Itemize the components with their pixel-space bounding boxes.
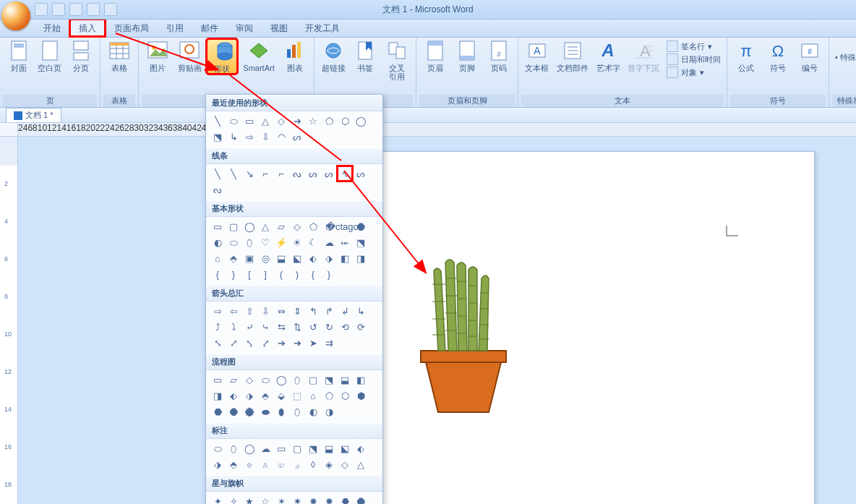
shape-option[interactable]: ◈	[322, 457, 336, 471]
shape-option[interactable]: ⬔	[322, 372, 336, 387]
shape-option[interactable]: ▭	[274, 441, 288, 456]
shape-option[interactable]: ⬡	[338, 114, 352, 128]
shape-option[interactable]: ⟓	[290, 457, 304, 471]
shape-option[interactable]: ∿	[338, 166, 352, 181]
shape-option[interactable]: ⌂	[306, 388, 320, 403]
shape-option[interactable]: ⬖	[306, 251, 320, 265]
shape-option[interactable]: ⬔	[354, 235, 368, 249]
btn-header[interactable]: 页眉	[421, 39, 450, 72]
shape-option[interactable]: ◨	[210, 388, 225, 403]
horizontal-ruler[interactable]: 2468101214161820222426283032343638404244…	[18, 123, 856, 136]
shape-option[interactable]: ⬠	[322, 388, 336, 403]
tab-view[interactable]: 视图	[262, 20, 296, 37]
btn-quickparts[interactable]: 文档部件	[554, 39, 591, 72]
btn-symbol[interactable]: Ω 符号	[763, 39, 792, 72]
btn-datetime[interactable]: 日期和时间	[667, 54, 721, 65]
shape-option[interactable]: ⬕	[338, 441, 352, 456]
shape-option[interactable]: ⬭	[226, 114, 241, 128]
shape-option[interactable]: ◯	[242, 441, 257, 456]
shape-option[interactable]: ⇕	[290, 304, 304, 318]
shape-option[interactable]: ☆	[258, 494, 273, 504]
btn-footer[interactable]: 页脚	[453, 39, 482, 72]
shape-option[interactable]: ✧	[226, 494, 241, 504]
shape-option[interactable]: ⯃	[354, 219, 368, 234]
shape-option[interactable]: ↱	[322, 304, 336, 318]
shape-option[interactable]: ⤡	[210, 336, 225, 350]
shape-option[interactable]: ▣	[242, 251, 257, 265]
shape-option[interactable]: ↲	[338, 304, 352, 318]
shape-option[interactable]: ⬬	[258, 404, 273, 419]
tab-review[interactable]: 审阅	[227, 20, 262, 37]
shape-option[interactable]: ◇	[242, 372, 257, 387]
shape-option[interactable]: ⬗	[322, 251, 336, 265]
shape-option[interactable]: ▢	[226, 219, 241, 234]
btn-textbox[interactable]: A 文本框	[523, 39, 551, 72]
shape-option[interactable]: {	[210, 267, 225, 281]
shape-option[interactable]: ⇅	[290, 320, 304, 334]
shape-option[interactable]: {	[306, 267, 320, 281]
shape-option[interactable]: ⬠	[306, 219, 320, 234]
shape-option[interactable]: }	[322, 267, 336, 281]
shape-option[interactable]: ◇	[274, 114, 288, 128]
shape-option[interactable]: ⤷	[258, 320, 273, 334]
shape-option[interactable]: ➜	[290, 336, 304, 350]
document-tab[interactable]: 文档 1 *	[6, 108, 61, 122]
shape-option[interactable]: ⬓	[322, 441, 336, 456]
shape-option[interactable]: ⬯	[290, 404, 304, 419]
shape-option[interactable]: ⬖	[354, 441, 368, 456]
shape-option[interactable]: ᔕ	[290, 129, 304, 144]
btn-pagenum[interactable]: # 页码	[484, 39, 513, 72]
shape-option[interactable]: ╲	[226, 166, 241, 181]
shape-option[interactable]: ⬮	[274, 404, 288, 419]
shape-option[interactable]: }	[226, 267, 241, 281]
shape-option[interactable]: ⌐	[258, 166, 273, 181]
shape-option[interactable]: ▢	[290, 441, 304, 456]
shape-option[interactable]: ╲	[210, 114, 225, 128]
shape-option[interactable]: △	[258, 114, 273, 128]
shape-option[interactable]: ⬖	[226, 388, 241, 403]
shape-option[interactable]: ⚡	[274, 235, 288, 249]
btn-table[interactable]: 表格	[105, 39, 134, 72]
shape-option[interactable]: ☾	[306, 235, 320, 249]
btn-blank-page[interactable]: 空白页	[35, 39, 64, 72]
shape-option[interactable]: ⬔	[306, 441, 320, 456]
shape-option[interactable]: ᔕ	[306, 166, 320, 181]
shape-option[interactable]: ↺	[306, 320, 320, 334]
btn-signature[interactable]: 签名行 ▾	[667, 40, 721, 52]
shape-option[interactable]: ▭	[210, 219, 225, 234]
shape-option[interactable]: ⇩	[258, 304, 273, 318]
shape-option[interactable]: ⬭	[226, 235, 241, 249]
shape-option[interactable]: ☁	[322, 235, 336, 249]
shape-option[interactable]: ⯃	[226, 404, 241, 419]
tab-references[interactable]: 引用	[158, 20, 192, 37]
shape-option[interactable]: �ctagon	[338, 219, 352, 234]
tab-insert[interactable]: 插入	[69, 19, 106, 37]
btn-special-symbol[interactable]: • 特殊符号	[835, 52, 856, 63]
vertical-ruler[interactable]: 24681012141618	[0, 137, 18, 504]
shape-option[interactable]: ]	[258, 267, 273, 281]
shape-option[interactable]: ᔕ	[322, 166, 336, 181]
shape-option[interactable]: ↳	[354, 304, 368, 318]
shape-option[interactable]: ◯	[354, 114, 368, 128]
shape-option[interactable]: ⤢	[226, 336, 241, 350]
qat-save-icon[interactable]	[35, 3, 48, 16]
shape-option[interactable]: △	[354, 457, 368, 471]
shape-option[interactable]: ⬯	[242, 235, 257, 249]
btn-smartart[interactable]: SmartArt	[240, 39, 278, 72]
btn-page-break[interactable]: 分页	[67, 39, 95, 72]
shape-option[interactable]: ◨	[354, 251, 368, 265]
shape-option[interactable]: ↰	[306, 304, 320, 318]
shape-option[interactable]: ☀	[290, 235, 304, 249]
qat-redo-icon[interactable]	[69, 3, 82, 16]
shape-option[interactable]: ⤶	[242, 320, 257, 334]
shape-option[interactable]: ⇆	[274, 320, 288, 334]
btn-picture[interactable]: 图片	[143, 39, 172, 72]
shape-option[interactable]: ✷	[290, 494, 304, 504]
shape-option[interactable]: ⬘	[258, 388, 273, 403]
shape-option[interactable]: ᔓ	[290, 166, 304, 181]
shape-option[interactable]: ◧	[354, 372, 368, 387]
shape-option[interactable]: ⬘	[226, 457, 241, 471]
shape-option[interactable]: ✶	[274, 494, 288, 504]
shape-option[interactable]: ⯄	[242, 404, 257, 419]
shape-option[interactable]: ◊	[306, 457, 320, 471]
